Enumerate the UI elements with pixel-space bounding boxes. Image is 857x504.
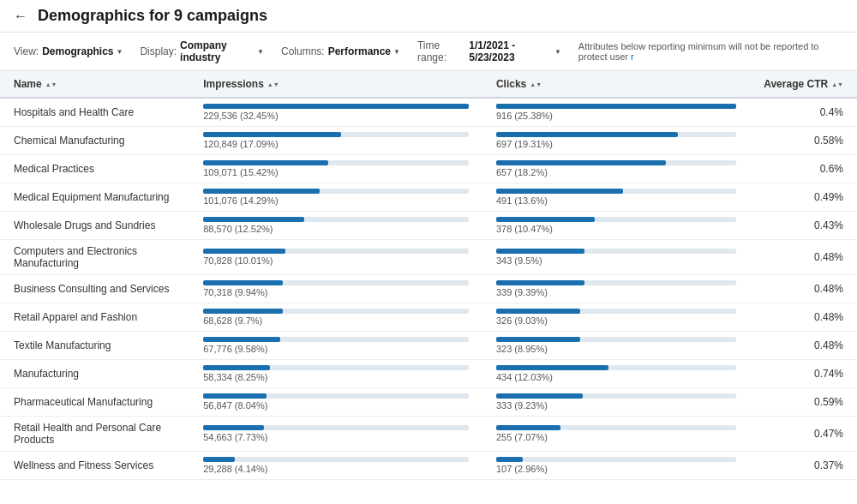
cell-impressions: 54,663 (7.73%) bbox=[189, 417, 482, 452]
cell-name: Medical Practices bbox=[0, 155, 189, 183]
page-header: ← Demographics for 9 campaigns bbox=[0, 0, 857, 33]
time-range-label: Time range: bbox=[417, 39, 465, 63]
table-row: Business Consulting and Services 70,318 … bbox=[0, 275, 857, 303]
view-filter: View: Demographics ▼ bbox=[14, 45, 123, 57]
cell-name: Hospitals and Health Care bbox=[0, 98, 189, 127]
cell-name: Wellness and Fitness Services bbox=[0, 452, 189, 480]
cell-impressions: 70,828 (10.01%) bbox=[189, 240, 482, 275]
col-header-name[interactable]: Name ▲▼ bbox=[0, 71, 189, 98]
table-header-row: Name ▲▼ Impressions ▲▼ Clicks ▲▼ bbox=[0, 71, 857, 98]
toolbar: View: Demographics ▼ Display: Company in… bbox=[0, 33, 857, 71]
cell-impressions: 120,849 (17.09%) bbox=[189, 127, 482, 155]
cell-clicks: 916 (25.38%) bbox=[482, 98, 750, 127]
display-filter: Display: Company industry ▼ bbox=[140, 39, 264, 63]
cell-clicks: 255 (7.07%) bbox=[482, 417, 750, 452]
cell-clicks: 107 (2.96%) bbox=[482, 452, 750, 480]
cell-avg-ctr: 0.6% bbox=[750, 155, 857, 183]
cell-impressions: 68,628 (9.7%) bbox=[189, 303, 482, 332]
cell-impressions: 58,334 (8.25%) bbox=[189, 360, 482, 388]
cell-clicks: 657 (18.2%) bbox=[482, 155, 750, 183]
cell-clicks: 323 (8.95%) bbox=[482, 332, 750, 360]
table-row: Wholesale Drugs and Sundries 88,570 (12.… bbox=[0, 212, 857, 240]
cell-avg-ctr: 0.59% bbox=[750, 388, 857, 417]
time-range-filter: Time range: 1/1/2021 - 5/23/2023 ▼ bbox=[417, 39, 561, 63]
cell-avg-ctr: 0.74% bbox=[750, 360, 857, 388]
cell-name: Textile Manufacturing bbox=[0, 332, 189, 360]
cell-avg-ctr: 0.43% bbox=[750, 212, 857, 240]
cell-clicks: 326 (9.03%) bbox=[482, 303, 750, 332]
cell-impressions: 67,776 (9.58%) bbox=[189, 332, 482, 360]
cell-name: Medical Equipment Manufacturing bbox=[0, 183, 189, 212]
cell-avg-ctr: 0.4% bbox=[750, 98, 857, 127]
cell-impressions: 101,076 (14.29%) bbox=[189, 183, 482, 212]
cell-clicks: 343 (9.5%) bbox=[482, 240, 750, 275]
table-row: Pharmaceutical Manufacturing 56,847 (8.0… bbox=[0, 388, 857, 417]
cell-name: Retail Health and Personal Care Products bbox=[0, 417, 189, 452]
display-label: Display: bbox=[140, 45, 177, 57]
clicks-sort-icon: ▲▼ bbox=[530, 81, 542, 87]
cell-clicks: 378 (10.47%) bbox=[482, 212, 750, 240]
cell-name: Manufacturing bbox=[0, 360, 189, 388]
cell-avg-ctr: 0.47% bbox=[750, 417, 857, 452]
table-row: Hospitals and Health Care 229,536 (32.45… bbox=[0, 98, 857, 127]
display-dropdown-arrow: ▼ bbox=[257, 48, 264, 56]
cell-impressions: 109,071 (15.42%) bbox=[189, 155, 482, 183]
avg-ctr-sort-icon: ▲▼ bbox=[831, 81, 843, 87]
view-label: View: bbox=[14, 45, 39, 57]
columns-filter: Columns: Performance ▼ bbox=[281, 45, 400, 57]
table-row: Medical Equipment Manufacturing 101,076 … bbox=[0, 183, 857, 212]
cell-clicks: 333 (9.23%) bbox=[482, 388, 750, 417]
cell-avg-ctr: 0.58% bbox=[750, 127, 857, 155]
back-button[interactable]: ← bbox=[14, 9, 27, 24]
impressions-sort-icon: ▲▼ bbox=[267, 81, 279, 87]
view-dropdown[interactable]: Demographics ▼ bbox=[42, 45, 123, 57]
cell-clicks: 697 (19.31%) bbox=[482, 127, 750, 155]
cell-name: Wholesale Drugs and Sundries bbox=[0, 212, 189, 240]
toolbar-note-link[interactable]: r bbox=[631, 51, 634, 62]
toolbar-note: Attributes below reporting minimum will … bbox=[578, 41, 843, 62]
col-header-clicks[interactable]: Clicks ▲▼ bbox=[482, 71, 750, 98]
cell-avg-ctr: 0.49% bbox=[750, 183, 857, 212]
cell-clicks: 339 (9.39%) bbox=[482, 275, 750, 303]
cell-name: Pharmaceutical Manufacturing bbox=[0, 388, 189, 417]
columns-dropdown-arrow: ▼ bbox=[393, 48, 400, 56]
cell-impressions: 56,847 (8.04%) bbox=[189, 388, 482, 417]
columns-label: Columns: bbox=[281, 45, 325, 57]
columns-dropdown[interactable]: Performance ▼ bbox=[328, 45, 400, 57]
data-table: Name ▲▼ Impressions ▲▼ Clicks ▲▼ bbox=[0, 71, 857, 480]
view-dropdown-arrow: ▼ bbox=[117, 48, 123, 56]
cell-avg-ctr: 0.48% bbox=[750, 332, 857, 360]
cell-impressions: 229,536 (32.45%) bbox=[189, 98, 482, 127]
table-row: Chemical Manufacturing 120,849 (17.09%) … bbox=[0, 127, 857, 155]
cell-clicks: 434 (12.03%) bbox=[482, 360, 750, 388]
table-row: Medical Practices 109,071 (15.42%) 657 (… bbox=[0, 155, 857, 183]
time-range-dropdown[interactable]: 1/1/2021 - 5/23/2023 ▼ bbox=[469, 39, 561, 63]
col-header-avg-ctr[interactable]: Average CTR ▲▼ bbox=[750, 71, 857, 98]
cell-name: Retail Apparel and Fashion bbox=[0, 303, 189, 332]
cell-avg-ctr: 0.48% bbox=[750, 275, 857, 303]
table-row: Manufacturing 58,334 (8.25%) 434 (12.03%… bbox=[0, 360, 857, 388]
cell-impressions: 70,318 (9.94%) bbox=[189, 275, 482, 303]
cell-name: Business Consulting and Services bbox=[0, 275, 189, 303]
display-dropdown[interactable]: Company industry ▼ bbox=[180, 39, 264, 63]
cell-avg-ctr: 0.37% bbox=[750, 452, 857, 480]
data-table-container: Name ▲▼ Impressions ▲▼ Clicks ▲▼ bbox=[0, 71, 857, 480]
cell-avg-ctr: 0.48% bbox=[750, 240, 857, 275]
cell-impressions: 29,288 (4.14%) bbox=[189, 452, 482, 480]
name-sort-icon: ▲▼ bbox=[45, 81, 57, 87]
table-row: Retail Health and Personal Care Products… bbox=[0, 417, 857, 452]
col-header-impressions[interactable]: Impressions ▲▼ bbox=[189, 71, 482, 98]
cell-name: Chemical Manufacturing bbox=[0, 127, 189, 155]
time-range-dropdown-arrow: ▼ bbox=[554, 48, 561, 56]
page-title: Demographics for 9 campaigns bbox=[38, 7, 267, 25]
table-row: Wellness and Fitness Services 29,288 (4.… bbox=[0, 452, 857, 480]
cell-impressions: 88,570 (12.52%) bbox=[189, 212, 482, 240]
table-row: Textile Manufacturing 67,776 (9.58%) 323… bbox=[0, 332, 857, 360]
cell-clicks: 491 (13.6%) bbox=[482, 183, 750, 212]
cell-name: Computers and Electronics Manufacturing bbox=[0, 240, 189, 275]
table-row: Computers and Electronics Manufacturing … bbox=[0, 240, 857, 275]
cell-avg-ctr: 0.48% bbox=[750, 303, 857, 332]
table-row: Retail Apparel and Fashion 68,628 (9.7%)… bbox=[0, 303, 857, 332]
